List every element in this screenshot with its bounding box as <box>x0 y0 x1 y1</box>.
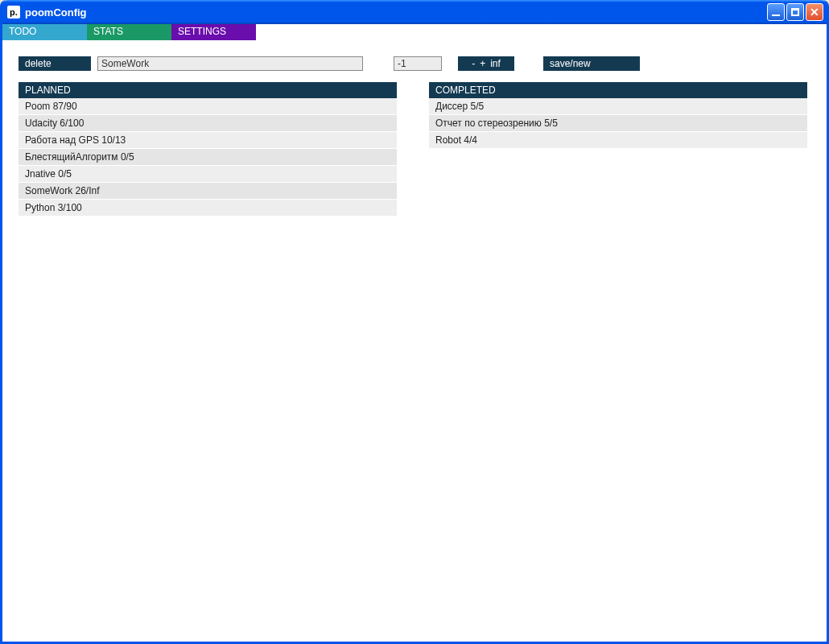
completed-item[interactable]: Robot 4/4 <box>429 132 807 149</box>
planned-item[interactable]: Python 3/100 <box>19 200 397 217</box>
completed-list: COMPLETED Диссер 5/5Отчет по стереозрени… <box>429 82 807 217</box>
titlebar[interactable]: p. poomConfig ✕ <box>2 0 827 24</box>
maximize-button[interactable] <box>786 3 804 21</box>
completed-item[interactable]: Диссер 5/5 <box>429 98 807 115</box>
minimize-button[interactable] <box>767 3 785 21</box>
tab-bar: TODO STATS SETTINGS <box>2 24 827 40</box>
save-button[interactable]: save/new <box>543 56 640 71</box>
app-window: p. poomConfig ✕ TODO STATS SETTINGS dele… <box>0 0 829 644</box>
window-title: poomConfig <box>25 6 767 19</box>
close-button[interactable]: ✕ <box>806 3 823 21</box>
tab-settings[interactable]: SETTINGS <box>171 24 256 40</box>
plus-label: + <box>480 58 485 69</box>
tab-todo[interactable]: TODO <box>2 24 87 40</box>
planned-list: PLANNED Poom 87/90Udacity 6/100Работа на… <box>19 82 397 217</box>
planned-item[interactable]: Работа над GPS 10/13 <box>19 132 397 149</box>
completed-header: COMPLETED <box>429 82 807 98</box>
planned-item[interactable]: Poom 87/90 <box>19 98 397 115</box>
content-area: TODO STATS SETTINGS delete - + inf save/… <box>2 24 827 642</box>
adjust-button[interactable]: - + inf <box>458 56 514 71</box>
completed-item[interactable]: Отчет по стереозрению 5/5 <box>429 115 807 132</box>
delete-button[interactable]: delete <box>19 56 91 71</box>
planned-item[interactable]: Jnative 0/5 <box>19 166 397 183</box>
planned-item[interactable]: SomeWork 26/Inf <box>19 183 397 200</box>
lists-area: PLANNED Poom 87/90Udacity 6/100Работа на… <box>2 82 827 217</box>
app-icon: p. <box>7 6 20 19</box>
planned-item[interactable]: Udacity 6/100 <box>19 115 397 132</box>
task-num-input[interactable] <box>394 56 442 71</box>
task-name-input[interactable] <box>97 56 363 71</box>
toolbar: delete - + inf save/new <box>2 40 827 82</box>
planned-item[interactable]: БлестящийАлгоритм 0/5 <box>19 149 397 166</box>
tab-stats[interactable]: STATS <box>87 24 171 40</box>
minus-label: - <box>472 58 475 69</box>
planned-header: PLANNED <box>19 82 397 98</box>
inf-label: inf <box>490 58 501 69</box>
